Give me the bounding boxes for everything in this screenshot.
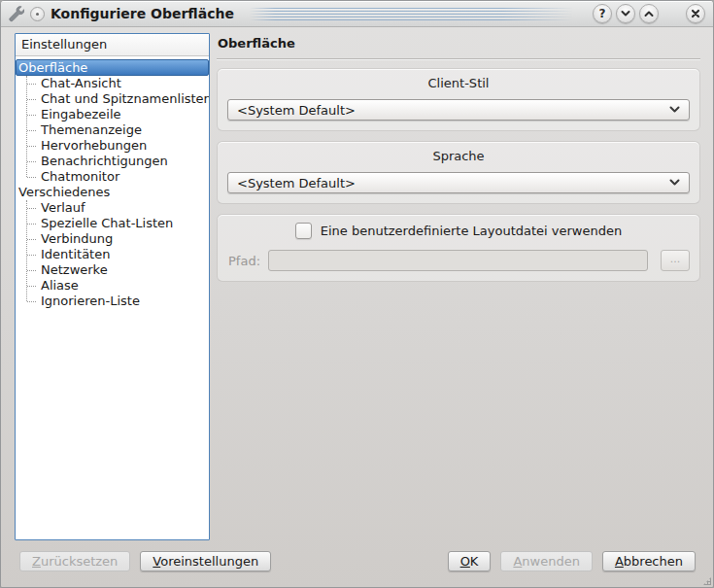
sidebar-item-label: Verschiedenes	[18, 185, 110, 199]
dialog-window: Konfiguriere Oberfläche ? Einstellungen …	[0, 0, 714, 588]
button-label: bbrechen	[624, 554, 683, 569]
sidebar-item-label: Netzwerke	[41, 262, 108, 277]
apply-button[interactable]: Anwenden	[500, 551, 593, 571]
sidebar-item-chatmonitor[interactable]: Chatmonitor	[16, 169, 209, 185]
button-mnemonic: Z	[32, 554, 41, 569]
sidebar-item-themenanzeige[interactable]: Themenanzeige	[16, 122, 209, 138]
close-icon	[691, 9, 700, 18]
path-label: Pfad:	[228, 254, 260, 268]
sidebar-item-chat-und-spitznamenlisten[interactable]: Chat und Spitznamenlisten	[16, 91, 209, 107]
custom-layout-checkbox[interactable]	[295, 223, 312, 239]
custom-layout-check-row: Eine benutzerdefinierte Layoutdatei verw…	[227, 223, 690, 239]
client-style-selected-value: <System Default>	[237, 103, 669, 118]
path-input[interactable]	[268, 250, 648, 271]
sidebar-item-spezielle-chat-listen[interactable]: Spezielle Chat-Listen	[16, 216, 209, 231]
language-select[interactable]: <System Default>	[227, 172, 690, 193]
close-button[interactable]	[686, 4, 705, 23]
defaults-button[interactable]: Voreinstellungen	[140, 551, 271, 571]
sidebar-item-verschiedenes[interactable]: Verschiedenes	[16, 185, 209, 200]
window-title: Konfiguriere Oberfläche	[51, 6, 234, 21]
button-mnemonic: A	[513, 554, 522, 569]
tree-children-verschiedenes: Verlauf Spezielle Chat-Listen Verbindung…	[16, 200, 209, 309]
button-label: nwenden	[522, 554, 580, 569]
sidebar-header: Einstellungen	[16, 34, 209, 56]
settings-sidebar: Einstellungen Oberfläche Chat-Ansicht Ch…	[15, 33, 210, 540]
sidebar-item-label: Ignorieren-Liste	[41, 294, 140, 308]
sidebar-item-label: Chat und Spitznamenlisten	[41, 91, 210, 106]
sidebar-item-label: Spezielle Chat-Listen	[41, 216, 173, 230]
dialog-body: Einstellungen Oberfläche Chat-Ansicht Ch…	[1, 27, 713, 587]
sidebar-item-label: Chatmonitor	[41, 169, 119, 184]
language-selected-value: <System Default>	[237, 176, 669, 190]
footer-left-buttons: Zurücksetzen Voreinstellungen	[19, 551, 271, 571]
sidebar-item-aliase[interactable]: Aliase	[16, 278, 209, 294]
window-menu-button[interactable]	[30, 7, 45, 21]
button-mnemonic: O	[460, 554, 470, 569]
chevron-down-icon	[669, 179, 680, 187]
language-group: Sprache <System Default>	[217, 141, 700, 204]
sidebar-item-eingabezeile[interactable]: Eingabezeile	[16, 107, 209, 122]
page-title: Oberfläche	[218, 36, 700, 51]
client-style-group-title: Client-Stil	[227, 76, 690, 90]
language-group-title: Sprache	[227, 149, 690, 163]
path-row: Pfad: ...	[227, 250, 690, 271]
cancel-button[interactable]: Abbrechen	[602, 551, 696, 571]
help-button[interactable]: ?	[593, 4, 612, 23]
client-style-group: Client-Stil <System Default>	[217, 68, 700, 131]
sidebar-item-chat-ansicht[interactable]: Chat-Ansicht	[16, 76, 209, 91]
keep-below-button[interactable]	[616, 4, 635, 23]
sidebar-item-netzwerke[interactable]: Netzwerke	[16, 262, 209, 278]
sidebar-item-label: Hervorhebungen	[41, 138, 147, 153]
chevron-up-icon	[644, 10, 654, 17]
dialog-footer: Zurücksetzen Voreinstellungen OK Anwende…	[19, 551, 696, 571]
chevron-down-icon	[621, 10, 630, 17]
help-icon: ?	[599, 7, 606, 20]
sidebar-item-label: Eingabezeile	[41, 107, 121, 121]
sidebar-item-label: Verbindung	[41, 231, 113, 246]
titlebar-decoration	[250, 8, 573, 20]
resize-grip[interactable]	[703, 577, 711, 585]
keep-above-button[interactable]	[639, 4, 659, 23]
ok-button[interactable]: OK	[448, 551, 492, 571]
settings-tree: Oberfläche Chat-Ansicht Chat und Spitzna…	[16, 56, 209, 309]
browse-button[interactable]: ...	[661, 250, 690, 271]
sidebar-item-label: Benachrichtigungen	[41, 154, 168, 168]
sidebar-item-benachrichtigungen[interactable]: Benachrichtigungen	[16, 154, 209, 169]
sidebar-item-label: Themenanzeige	[41, 122, 142, 137]
wrench-icon	[7, 5, 24, 22]
sidebar-item-label: Aliase	[41, 278, 79, 293]
sidebar-item-ignorieren-liste[interactable]: Ignorieren-Liste	[16, 294, 209, 309]
button-label: K	[470, 554, 479, 569]
tree-children-oberflaeche: Chat-Ansicht Chat und Spitznamenlisten E…	[16, 76, 209, 185]
sidebar-item-label: Identitäten	[41, 247, 110, 261]
titlebar[interactable]: Konfiguriere Oberfläche ?	[1, 1, 713, 27]
reset-button[interactable]: Zurücksetzen	[19, 551, 130, 571]
sidebar-item-label: Verlauf	[41, 200, 85, 215]
title-separator	[217, 58, 700, 59]
custom-layout-checkbox-label[interactable]: Eine benutzerdefinierte Layoutdatei verw…	[321, 224, 622, 238]
sidebar-item-label: Oberfläche	[18, 60, 87, 75]
main-panel: Oberfläche Client-Stil <System Default> …	[217, 33, 700, 282]
footer-right-buttons: OK Anwenden Abbrechen	[448, 551, 696, 571]
sidebar-item-hervorhebungen[interactable]: Hervorhebungen	[16, 138, 209, 154]
chevron-down-icon	[669, 106, 680, 114]
sidebar-item-verbindung[interactable]: Verbindung	[16, 231, 209, 247]
button-label: oreinstellungen	[160, 554, 258, 569]
button-label: urücksetzen	[41, 554, 118, 569]
titlebar-buttons: ?	[593, 4, 705, 23]
sidebar-item-verlauf[interactable]: Verlauf	[16, 200, 209, 216]
button-mnemonic: A	[615, 554, 624, 569]
sidebar-item-identitaeten[interactable]: Identitäten	[16, 247, 209, 262]
sidebar-item-oberflaeche[interactable]: Oberfläche	[16, 59, 209, 76]
sidebar-item-label: Chat-Ansicht	[41, 76, 121, 90]
client-style-select[interactable]: <System Default>	[227, 99, 690, 121]
custom-layout-group: Eine benutzerdefinierte Layoutdatei verw…	[217, 214, 700, 282]
